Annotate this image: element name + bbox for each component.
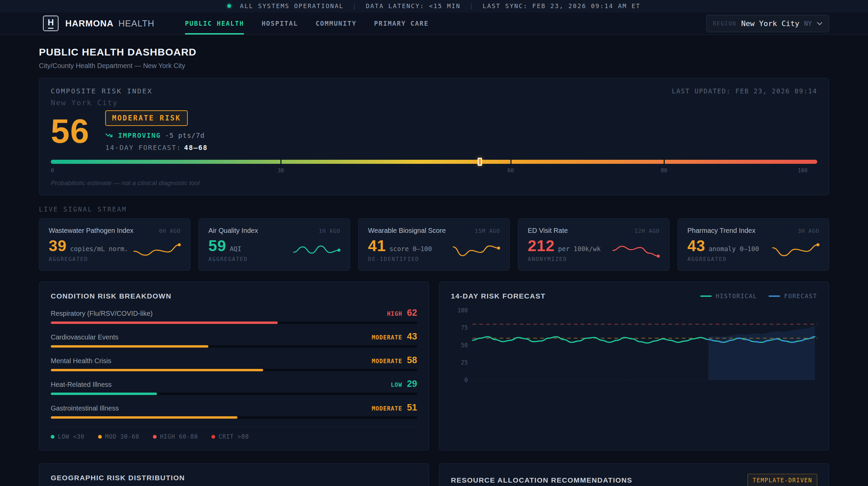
legend-line-icon	[700, 295, 712, 297]
condition-level: LOW	[391, 381, 402, 388]
harmona-logo: H	[43, 16, 59, 31]
forecast-chart-card: 14-DAY RISK FORECAST HISTORICAL FORECAST…	[439, 282, 829, 450]
gauge-scale-label: 80	[661, 167, 667, 174]
logo-letter: H	[48, 18, 54, 27]
condition-label: Respiratory (Flu/RSV/COVID-like)	[51, 310, 153, 317]
forecast-chart-title: 14-DAY RISK FORECAST	[451, 292, 546, 300]
recommendations-card: RESOURCE ALLOCATION RECOMMENDATIONS TEMP…	[439, 463, 829, 486]
signal-time-ago: 6H AGO	[159, 228, 181, 234]
signal-time-ago: 3H AGO	[798, 228, 819, 234]
signal-time-ago: 12H AGO	[635, 228, 660, 234]
svg-text:50: 50	[461, 342, 467, 349]
status-dot-icon	[227, 4, 231, 8]
condition-bar-track	[51, 416, 417, 419]
condition-level: MODERATE	[372, 405, 402, 412]
template-driven-badge: TEMPLATE-DRIVEN	[748, 474, 817, 486]
svg-text:25: 25	[461, 359, 467, 366]
signal-value: 41	[368, 237, 386, 255]
gauge-tick	[510, 159, 511, 165]
signal-title: Pharmacy Trend Index	[687, 227, 755, 235]
condition-row: Cardiovascular Events MODERATE 43	[51, 331, 417, 348]
signal-card: ED Visit Rate 12H AGO 212 per 100k/wk AN…	[518, 218, 669, 271]
trend-delta: -5 pts/7d	[165, 131, 205, 139]
chart-legend-item: FORECAST	[769, 293, 817, 300]
gauge-scale-label: 60	[507, 167, 514, 174]
composite-score: 56	[51, 115, 90, 147]
signal-time-ago: 15M AGO	[475, 228, 500, 234]
sparkline-chart	[291, 240, 342, 261]
svg-text:0: 0	[464, 377, 468, 383]
condition-level: MODERATE	[372, 334, 402, 341]
condition-value: 43	[407, 331, 417, 342]
system-status-text: ALL SYSTEMS OPERATIONAL	[240, 2, 344, 9]
condition-value: 58	[407, 355, 417, 366]
nav-tab-hospital[interactable]: HOSPITAL	[261, 12, 298, 35]
primary-nav: PUBLIC HEALTH HOSPITAL COMMUNITY PRIMARY…	[185, 12, 706, 35]
trending-down-icon	[105, 132, 114, 138]
nav-tab-primary-care[interactable]: PRIMARY CARE	[374, 12, 429, 35]
sparkline-chart	[131, 240, 182, 261]
chart-legend-item: HISTORICAL	[700, 293, 757, 300]
condition-label: Heat-Related Illness	[51, 381, 112, 389]
legend-item: MOD 30-60	[98, 433, 139, 440]
risk-gauge-scale: 0306080100	[51, 167, 817, 175]
legend-line-icon	[769, 295, 780, 297]
condition-row: Heat-Related Illness LOW 29	[51, 379, 417, 395]
signal-value: 39	[49, 237, 67, 255]
legend-label: HIGH 60-80	[160, 433, 198, 440]
condition-bar-track	[51, 322, 417, 324]
logo-underline	[48, 28, 53, 29]
trend-label: IMPROVING	[118, 131, 161, 139]
risk-gauge-marker	[478, 158, 482, 166]
app-header: H HARMONA HEALTH PUBLIC HEALTH HOSPITAL …	[0, 12, 868, 35]
forecast-label: 14-DAY FORECAST:	[105, 143, 181, 152]
brand-name-light: HEALTH	[118, 18, 155, 28]
legend-label: CRIT >80	[219, 433, 249, 440]
brand-name-bold: HARMONA	[65, 18, 114, 28]
divider: |	[352, 2, 357, 9]
nav-tab-community[interactable]: COMMUNITY	[316, 12, 357, 35]
condition-label: Gastrointestinal Illness	[51, 404, 119, 412]
condition-row: Respiratory (Flu/RSV/COVID-like) HIGH 62	[51, 308, 417, 324]
nav-tab-label: PUBLIC HEALTH	[185, 20, 244, 27]
risk-legend: LOW <30 MOD 30-60 HIGH 60-80 CRIT >80	[51, 427, 417, 440]
geographic-title: GEOGRAPHIC RISK DISTRIBUTION	[51, 474, 417, 482]
gauge-scale-label: 30	[277, 167, 284, 174]
condition-row: Mental Health Crisis MODERATE 58	[51, 355, 417, 371]
signal-value: 59	[208, 237, 226, 255]
gauge-tick	[664, 159, 665, 165]
signal-card: Air Quality Index 1H AGO 59 AQI AGGREGAT…	[199, 218, 350, 271]
condition-bar-track	[51, 369, 417, 371]
page-subtitle: City/County Health Department — New York…	[39, 62, 829, 70]
condition-label: Cardiovascular Events	[51, 333, 118, 341]
legend-item: CRIT >80	[211, 433, 249, 440]
signal-card: Pharmacy Trend Index 3H AGO 43 anomaly 0…	[678, 218, 829, 271]
brand-name: HARMONA HEALTH	[65, 18, 155, 29]
legend-item: HIGH 60-80	[153, 433, 198, 440]
condition-value: 51	[407, 402, 417, 413]
nav-tab-label: COMMUNITY	[316, 20, 357, 27]
chart-legend-label: HISTORICAL	[716, 293, 757, 300]
risk-gauge	[51, 160, 817, 164]
condition-bar-fill	[51, 369, 263, 371]
gauge-scale-label: 100	[798, 167, 807, 174]
gauge-disclaimer: Probabilistic estimate — not a clinical …	[51, 179, 817, 187]
chart-legend: HISTORICAL FORECAST	[700, 293, 817, 300]
svg-text:75: 75	[461, 324, 467, 331]
signal-value: 212	[528, 237, 555, 255]
brand: H HARMONA HEALTH	[43, 12, 155, 35]
gauge-scale-label: 0	[51, 167, 54, 174]
signal-title: Air Quality Index	[208, 227, 258, 235]
condition-level: HIGH	[387, 310, 402, 317]
forecast-line-chart: 02550751008060	[451, 306, 817, 397]
condition-bar-fill	[51, 393, 157, 395]
page-title: PUBLIC HEALTH DASHBOARD	[39, 46, 829, 58]
region-selector[interactable]: REGION New York City NY	[706, 15, 829, 32]
signal-card-row: Wastewater Pathogen Index 6H AGO 39 copi…	[39, 218, 829, 271]
signal-time-ago: 1H AGO	[319, 228, 340, 234]
legend-dot-icon	[51, 435, 54, 439]
nav-tab-public-health[interactable]: PUBLIC HEALTH	[185, 12, 244, 35]
risk-level-badge: MODERATE RISK	[105, 110, 187, 126]
condition-risk-card: CONDITION RISK BREAKDOWN Respiratory (Fl…	[39, 282, 429, 450]
geographic-risk-card: GEOGRAPHIC RISK DISTRIBUTION 38 10001 Mi…	[39, 463, 429, 486]
